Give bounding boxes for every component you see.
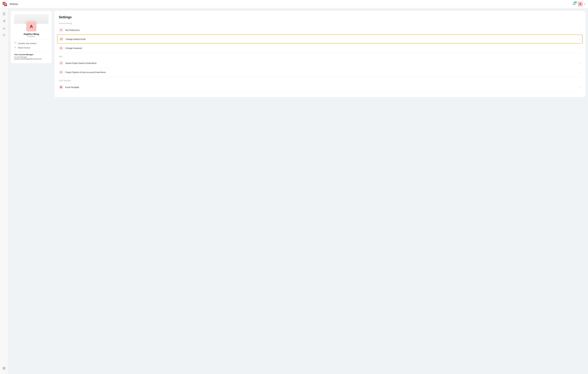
alert-settings-section: Alert Saved Project Search Email Alerts … [59, 55, 581, 77]
account-manager-email: youraccountmanager@bcicentral.com [14, 58, 48, 60]
change-default-email-left: Change Default Email [59, 37, 85, 41]
svg-rect-0 [3, 13, 4, 13]
envelope-icon [60, 38, 63, 40]
user-avatar-button[interactable]: A [578, 2, 583, 7]
change-password-label: Change Password [65, 47, 82, 49]
svg-point-20 [61, 29, 61, 30]
general-settings-label: General Settings [59, 22, 581, 24]
profile-avatar: A [26, 21, 37, 32]
logo [3, 2, 7, 6]
saved-project-icon-wrap [59, 61, 63, 65]
account-manager-section: Your Account Manager Account Manager you… [14, 54, 48, 60]
svg-rect-14 [3, 367, 4, 368]
clipboard-icon [3, 12, 6, 15]
notification-button[interactable]: 22 [572, 2, 576, 6]
svg-rect-21 [60, 48, 62, 49]
profile-account-row: Master Account [14, 46, 48, 49]
svg-line-13 [5, 36, 5, 36]
settings-panel: Settings General Settings My Preferences [54, 11, 585, 97]
svg-rect-17 [4, 369, 5, 369]
alert-label: Alert [59, 55, 581, 57]
profile-name: Angelica Wang [14, 33, 48, 35]
sidebar-item-search[interactable] [1, 32, 7, 38]
account-manager-title: Your Account Manager [14, 54, 48, 55]
account-icon [14, 46, 17, 49]
saved-project-search-label: Saved Project Search Email Alerts [65, 62, 96, 64]
search-icon [3, 34, 6, 37]
saved-project-search-chevron: › [580, 62, 581, 64]
profile-divider-2 [14, 51, 48, 51]
excel-icon [60, 86, 62, 88]
svg-point-4 [3, 21, 4, 21]
profile-role: Architect [14, 35, 48, 37]
bell-pipeline-icon [60, 71, 62, 73]
svg-line-6 [3, 21, 4, 22]
account-manager-role: Account Manager [14, 56, 48, 58]
excel-template-icon-wrap [59, 85, 63, 89]
my-preferences-icon-wrap [59, 28, 63, 32]
svg-rect-22 [60, 86, 62, 88]
my-preferences-chevron: › [580, 29, 581, 31]
logo-grid [3, 2, 7, 6]
excel-template-label: Excel Template [59, 79, 581, 82]
project-pipeline-icon-wrap [59, 70, 63, 75]
logo-dot-5 [4, 3, 5, 5]
project-pipeline-item[interactable]: Project Pipeline & Key Accounts Email Al… [59, 68, 581, 77]
logo-dot-9 [6, 5, 7, 6]
logo-dot-8 [4, 5, 5, 6]
svg-point-3 [4, 20, 5, 21]
change-default-email-item[interactable]: Change Default Email › [57, 35, 583, 44]
saved-project-search-left: Saved Project Search Email Alerts [59, 61, 96, 65]
logo-dot-2 [4, 2, 5, 3]
change-password-left: Change Password [59, 46, 82, 50]
sidebar [0, 8, 8, 374]
change-default-email-label: Change Default Email [66, 38, 85, 40]
top-header: Settings 22 A ▾ [0, 0, 588, 8]
header-actions: 22 A ▾ [572, 2, 585, 7]
logo-dot-6 [6, 3, 7, 5]
sidebar-item-clipboard[interactable] [1, 11, 7, 17]
logo-dot-4 [3, 3, 4, 5]
profile-card: A Angelica Wang Architect Australia, New… [11, 11, 52, 63]
content-area: A Angelica Wang Architect Australia, New… [8, 8, 588, 374]
svg-point-5 [4, 22, 5, 22]
my-preferences-item[interactable]: My Preferences › [59, 25, 581, 35]
profile-divider [14, 40, 48, 40]
excel-template-left: Excel Template [59, 85, 79, 89]
change-password-item[interactable]: Change Password › [59, 44, 581, 53]
project-pipeline-label: Project Pipeline & Key Accounts Email Al… [65, 71, 106, 73]
logo-dot-7 [3, 5, 4, 6]
svg-rect-15 [4, 367, 5, 368]
main-layout: A Angelica Wang Architect Australia, New… [0, 8, 588, 374]
svg-point-19 [15, 47, 16, 47]
logo-dot-3 [6, 2, 7, 3]
profile-location-row: Australia, New Zealand [14, 42, 48, 45]
lock-icon [60, 47, 62, 49]
change-password-icon-wrap [59, 46, 63, 50]
change-default-email-chevron: › [580, 38, 581, 40]
excel-template-section: Excel Template Excel Template [59, 79, 581, 92]
settings-title: Settings [59, 15, 581, 19]
svg-line-7 [3, 20, 4, 21]
bar-chart-icon [3, 27, 6, 30]
my-preferences-label: My Preferences [65, 29, 80, 31]
excel-template-item[interactable]: Excel Template › [59, 83, 581, 92]
project-pipeline-chevron: › [580, 71, 581, 73]
profile-account-type: Master Account [18, 47, 30, 49]
saved-project-search-item[interactable]: Saved Project Search Email Alerts › [59, 59, 581, 68]
profile-location: Australia, New Zealand [18, 42, 36, 44]
my-preferences-left: My Preferences [59, 28, 80, 32]
sidebar-item-connections[interactable] [1, 18, 7, 24]
connections-icon [3, 20, 6, 22]
user-menu-chevron[interactable]: ▾ [584, 3, 585, 5]
excel-template-chevron: › [580, 86, 581, 88]
change-default-email-icon-wrap [59, 37, 64, 41]
sidebar-item-grid[interactable] [1, 365, 7, 371]
grid-icon [3, 367, 6, 370]
svg-rect-16 [3, 369, 4, 369]
sidebar-item-analytics[interactable] [1, 25, 7, 31]
change-password-chevron: › [580, 47, 581, 49]
svg-point-12 [3, 34, 5, 36]
excel-template-item-label: Excel Template [65, 86, 79, 88]
profile-avatar-wrapper: A [14, 14, 48, 32]
